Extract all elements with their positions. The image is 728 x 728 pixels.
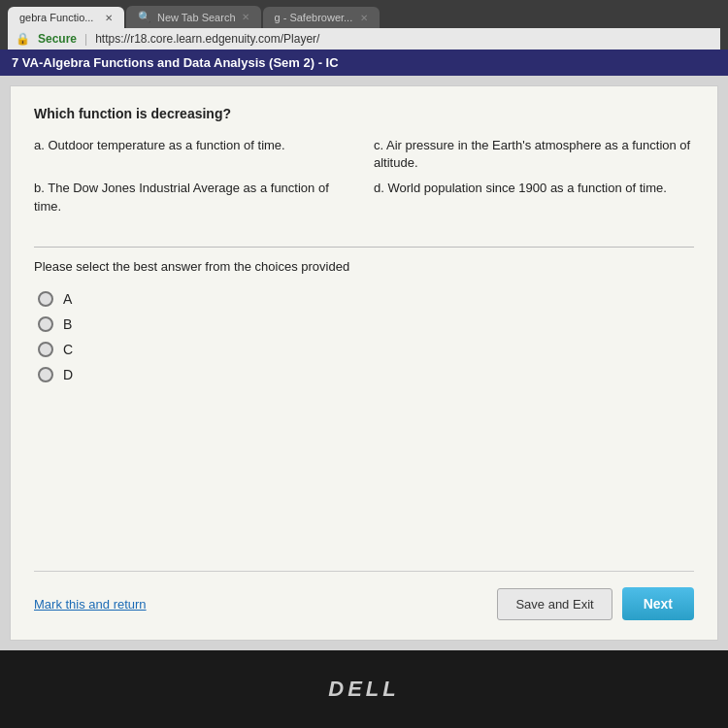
dell-brand-text: DELL xyxy=(328,677,399,701)
next-button[interactable]: Next xyxy=(622,587,694,620)
radio-label-d: D xyxy=(63,367,73,382)
main-content: Which function is decreasing? a. Outdoor… xyxy=(0,76,728,650)
tab-safe[interactable]: g - Safebrower... ✕ xyxy=(263,7,380,28)
choice-c-letter: c. xyxy=(374,138,386,152)
radio-circle-b xyxy=(38,316,53,332)
choice-b-text: The Dow Jones Industrial Average as a fu… xyxy=(34,181,329,213)
tab-search-label: New Tab Search xyxy=(157,12,236,23)
tab-active[interactable]: gebra Functio... ✕ xyxy=(8,7,124,28)
choice-a-text: Outdoor temperature as a function of tim… xyxy=(48,138,284,152)
footer-buttons: Save and Exit Next xyxy=(497,587,694,620)
radio-option-d[interactable]: D xyxy=(38,367,694,382)
address-bar: 🔒 Secure | https://r18.core.learn.edgenu… xyxy=(8,28,720,50)
tab-label: gebra Functio... xyxy=(19,12,93,23)
radio-circle-a xyxy=(38,291,53,307)
choice-c-text: Air pressure in the Earth's atmosphere a… xyxy=(374,138,690,170)
radio-circle-d xyxy=(38,367,53,382)
tab-close-icon-3[interactable]: ✕ xyxy=(360,13,368,23)
page-header: 7 VA-Algebra Functions and Data Analysis… xyxy=(0,50,728,76)
url-text[interactable]: https://r18.core.learn.edgenuity.com/Pla… xyxy=(95,32,319,46)
browser-chrome: gebra Functio... ✕ 🔍 New Tab Search ✕ g … xyxy=(0,0,728,50)
bezel-bottom: DELL xyxy=(0,650,728,728)
choice-d-text: World population since 1900 as a functio… xyxy=(387,181,666,195)
radio-circle-c xyxy=(38,342,53,357)
select-prompt: Please select the best answer from the c… xyxy=(34,259,694,274)
radio-option-c[interactable]: C xyxy=(38,342,694,357)
radio-label-b: B xyxy=(63,316,72,332)
tabs-row: gebra Functio... ✕ 🔍 New Tab Search ✕ g … xyxy=(8,6,720,28)
choice-b-letter: b. xyxy=(34,181,48,195)
tab-safe-label: g - Safebrower... xyxy=(275,12,353,23)
radio-option-a[interactable]: A xyxy=(38,291,694,307)
question-text: Which function is decreasing? xyxy=(34,106,694,121)
divider: | xyxy=(84,32,87,46)
choice-a: a. Outdoor temperature as a function of … xyxy=(34,137,354,172)
mark-return-button[interactable]: Mark this and return xyxy=(34,597,147,612)
choice-d: d. World population since 1900 as a func… xyxy=(374,180,694,215)
tab-close-icon-2[interactable]: ✕ xyxy=(242,12,249,22)
choices-grid: a. Outdoor temperature as a function of … xyxy=(34,137,694,215)
tab-close-icon[interactable]: ✕ xyxy=(105,13,113,23)
tab-new-search[interactable]: 🔍 New Tab Search ✕ xyxy=(126,6,261,28)
tab-search-icon: 🔍 xyxy=(138,11,151,23)
choice-b: b. The Dow Jones Industrial Average as a… xyxy=(34,180,354,215)
card-footer: Mark this and return Save and Exit Next xyxy=(34,571,694,620)
question-card: Which function is decreasing? a. Outdoor… xyxy=(10,85,718,641)
choice-a-letter: a. xyxy=(34,138,48,152)
divider-horizontal xyxy=(34,247,694,248)
page-title: 7 VA-Algebra Functions and Data Analysis… xyxy=(12,55,339,70)
radio-options: A B C D xyxy=(38,291,694,382)
save-exit-button[interactable]: Save and Exit xyxy=(497,588,612,620)
radio-label-a: A xyxy=(63,291,72,307)
lock-icon: 🔒 xyxy=(16,32,30,46)
radio-option-b[interactable]: B xyxy=(38,316,694,332)
choice-d-letter: d. xyxy=(374,181,387,195)
radio-label-c: C xyxy=(63,342,73,357)
dell-logo: DELL xyxy=(328,677,399,702)
secure-label: Secure xyxy=(38,32,77,46)
choice-c: c. Air pressure in the Earth's atmospher… xyxy=(374,137,694,172)
